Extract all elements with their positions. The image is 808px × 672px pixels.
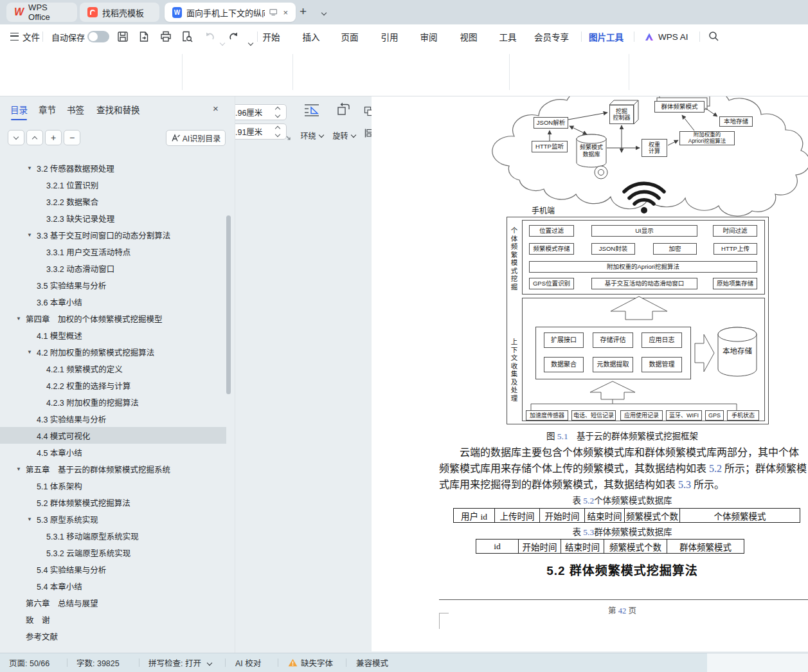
menu-reference[interactable]: 引用 xyxy=(377,24,402,49)
toc-item-selected[interactable]: 4.4 模式可视化 xyxy=(0,427,226,444)
zoom-out-outline-button[interactable]: − xyxy=(64,130,80,145)
export-icon[interactable] xyxy=(138,30,150,43)
document-page[interactable]: JSON解析 HTTP监听 挖掘控制器 频繁模式数据库 权重计算 群体频繁模式 … xyxy=(372,96,808,651)
toc-item[interactable]: 5.4 本章小结 xyxy=(0,577,226,594)
toc-item[interactable]: 5.2 群体频繁模式挖掘算法 xyxy=(0,494,226,511)
rotate-button[interactable]: 旋转 xyxy=(329,130,359,140)
menu-member[interactable]: 会员专享 xyxy=(532,24,571,49)
toc-item[interactable]: ▼3.2 传感器数据预处理 xyxy=(0,159,226,176)
toc-item[interactable]: ▼3.3 基于交互时间窗口的动态分割算法 xyxy=(0,226,226,243)
toc-item[interactable]: 5.3.1 移动端原型系统实现 xyxy=(0,527,226,544)
toc-item[interactable]: 4.3 实验结果与分析 xyxy=(0,410,226,427)
menu-insert[interactable]: 插入 xyxy=(298,24,324,49)
expand-icon[interactable]: ▼ xyxy=(16,316,26,322)
wrap-text-icon[interactable] xyxy=(303,103,320,120)
paragraph-line: 式库用来挖掘得到的群体频繁模式，其数据结构如表 5.3 所示。 xyxy=(439,476,808,491)
tab-bookmarks[interactable]: 书签 xyxy=(67,103,84,116)
panel-border xyxy=(235,96,235,653)
tab-list-chevron-icon[interactable] xyxy=(321,10,327,15)
menu-page[interactable]: 页面 xyxy=(337,24,363,49)
redo-icon[interactable] xyxy=(228,30,240,43)
ai-pen-icon xyxy=(171,134,180,142)
toc-item[interactable]: 5.4 实验结果与分析 xyxy=(0,561,226,577)
missing-font-warning[interactable]: 缺失字体 xyxy=(288,653,333,672)
tab-docer-template[interactable]: 找稻壳模板 xyxy=(80,3,159,22)
file-menu[interactable]: 文件 xyxy=(10,24,40,49)
toc-scrollbar[interactable] xyxy=(226,215,231,394)
diagram-node: 扩展接口 xyxy=(544,332,584,348)
expand-all-button[interactable] xyxy=(26,130,43,145)
ribbon-toolbar: 更改图片 添加图片 AI 生成图片 xyxy=(0,49,808,96)
table-5-3: id 开始时间 结束时间 频繁模式个数 群体频繁模式 xyxy=(476,539,744,554)
toc-item[interactable]: 4.2.1 频繁模式的定义 xyxy=(0,360,226,377)
toc-item[interactable]: ▼4.2 附加权重的频繁模式挖掘算法 xyxy=(0,343,226,360)
toc-item[interactable]: 3.3.2 动态滑动窗口 xyxy=(0,260,226,277)
toc-item[interactable]: 3.3.1 用户交互活动特点 xyxy=(0,243,226,260)
toc-item[interactable]: 3.2.3 缺失记录处理 xyxy=(0,210,226,226)
toc-item[interactable]: 3.2.2 数据聚合 xyxy=(0,193,226,210)
toc-item[interactable]: ▼第五章 基于云的群体频繁模式挖掘系统 xyxy=(0,460,226,477)
divider xyxy=(581,32,582,42)
menu-start[interactable]: 开始 xyxy=(258,24,284,49)
toc-item[interactable]: 4.1 模型概述 xyxy=(0,327,226,343)
new-tab-icon[interactable]: + xyxy=(300,5,307,19)
diagram-node: 本地存储 xyxy=(719,116,753,127)
toc-item[interactable]: 5.1 体系架构 xyxy=(0,477,226,494)
tab-document[interactable]: W 面向手机上下文的纵向多源数 × xyxy=(165,3,296,22)
expand-icon[interactable]: ▼ xyxy=(27,232,37,238)
expand-icon[interactable]: ▼ xyxy=(27,516,37,522)
print-preview-icon[interactable] xyxy=(181,30,193,43)
toc-item[interactable]: 4.2.2 权重的选择与计算 xyxy=(0,377,226,394)
menu-picture-tools[interactable]: 图片工具 xyxy=(589,24,624,49)
toc-item[interactable]: 4.2.3 附加权重的挖掘算法 xyxy=(0,394,226,410)
word-count[interactable]: 字数: 39825 xyxy=(76,653,120,672)
diagram-node: 群体频繁模式 xyxy=(654,101,705,113)
tab-find-replace[interactable]: 查找和替换 xyxy=(96,103,140,116)
expand-icon[interactable]: ▼ xyxy=(16,466,26,472)
toc-item[interactable]: 致 谢 xyxy=(0,611,226,628)
menu-view[interactable]: 视图 xyxy=(456,24,481,49)
increment-icon[interactable] xyxy=(275,107,280,112)
toc-item[interactable]: 3.6 本章小结 xyxy=(0,293,226,310)
toc-item[interactable]: 3.5 实验结果与分析 xyxy=(0,277,226,293)
divider xyxy=(346,658,346,667)
increment-icon[interactable] xyxy=(275,126,280,131)
wrap-button[interactable]: 环绕 xyxy=(297,130,327,140)
toc-item[interactable]: ▼第四章 加权的个体频繁模式挖掘模型 xyxy=(0,310,226,327)
expand-icon[interactable]: ▼ xyxy=(27,165,37,171)
toc-item[interactable]: 5.3.2 云端原型系统实现 xyxy=(0,544,226,561)
decrement-icon[interactable] xyxy=(275,132,280,137)
toc-item[interactable]: 3.2.1 位置识别 xyxy=(0,176,226,193)
tab-wps-home[interactable]: W WPS Office xyxy=(6,3,77,22)
menu-review[interactable]: 审阅 xyxy=(416,24,442,49)
menu-wps-ai[interactable]: WPS AI xyxy=(644,24,688,49)
expand-icon[interactable]: ▼ xyxy=(27,349,37,355)
tab-toc[interactable]: 目录 xyxy=(10,103,28,116)
navigation-panel-header: 目录 章节 书签 查找和替换 × + − AI识别目录 xyxy=(0,96,235,158)
word-doc-icon: W xyxy=(172,7,182,18)
zoom-in-outline-button[interactable]: + xyxy=(45,130,62,145)
toc-item[interactable]: 参考文献 xyxy=(0,628,226,644)
collapse-all-button[interactable] xyxy=(8,130,24,145)
ai-proofread[interactable]: AI 校对 xyxy=(235,653,261,672)
toc-item[interactable]: 4.5 本章小结 xyxy=(0,444,226,460)
table-header-cell: 上传时间 xyxy=(495,508,540,523)
ai-recognize-toc-button[interactable]: AI识别目录 xyxy=(166,130,226,146)
menu-tools[interactable]: 工具 xyxy=(495,24,521,49)
toc-item[interactable]: 第六章 总结与展望 xyxy=(0,594,226,611)
tab-chapters[interactable]: 章节 xyxy=(39,103,56,116)
spell-check[interactable]: 拼写检查: 打开 xyxy=(148,653,211,672)
compatibility-mode[interactable]: 兼容模式 xyxy=(356,653,388,672)
redo-chevron-icon[interactable] xyxy=(248,41,253,46)
search-icon[interactable] xyxy=(708,31,719,42)
print-icon[interactable] xyxy=(159,30,172,43)
save-icon[interactable] xyxy=(116,30,129,43)
autosave-toggle[interactable] xyxy=(87,31,109,42)
rotate-icon[interactable] xyxy=(336,102,351,120)
page-indicator[interactable]: 页面: 50/66 xyxy=(9,653,49,672)
dialog-launcher-icon[interactable] xyxy=(285,135,292,141)
toc-item[interactable]: ▼5.3 原型系统实现 xyxy=(0,511,226,527)
close-tab-icon[interactable]: × xyxy=(283,8,288,17)
decrement-icon[interactable] xyxy=(275,113,280,118)
close-panel-icon[interactable]: × xyxy=(213,103,219,114)
